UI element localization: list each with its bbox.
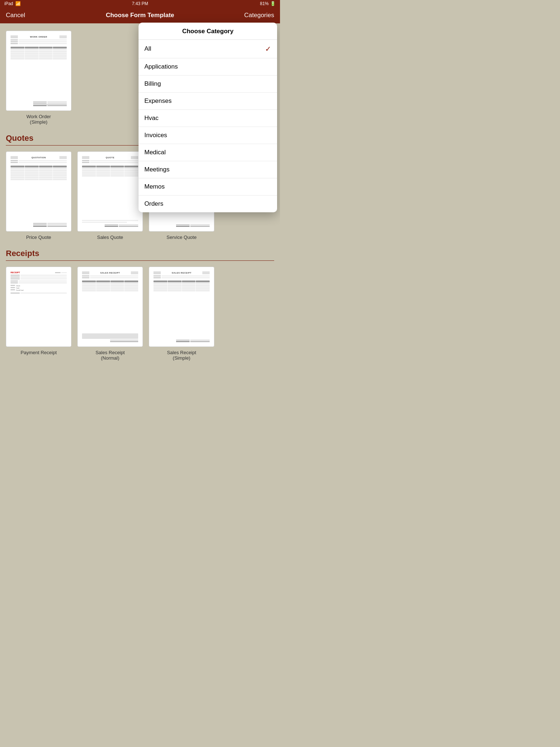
category-label-meetings: Meetings: [144, 166, 170, 173]
category-label-expenses: Expenses: [144, 97, 172, 105]
category-popover: Choose Category All ✓ Applications Billi…: [139, 23, 277, 212]
category-item-medical[interactable]: Medical: [139, 144, 277, 161]
category-label-memos: Memos: [144, 183, 165, 190]
category-item-hvac[interactable]: Hvac: [139, 110, 277, 127]
category-item-meetings[interactable]: Meetings: [139, 161, 277, 178]
category-label-orders: Orders: [144, 200, 163, 208]
popover-title: Choose Category: [139, 23, 277, 40]
category-item-invoices[interactable]: Invoices: [139, 127, 277, 144]
category-item-all[interactable]: All ✓: [139, 40, 277, 58]
category-label-all: All: [144, 45, 151, 53]
checkmark-icon: ✓: [265, 44, 271, 53]
category-label-applications: Applications: [144, 63, 178, 70]
category-item-billing[interactable]: Billing: [139, 76, 277, 93]
category-item-applications[interactable]: Applications: [139, 58, 277, 76]
category-item-orders[interactable]: Orders: [139, 196, 277, 212]
popover-overlay[interactable]: Choose Category All ✓ Applications Billi…: [0, 0, 280, 374]
category-label-billing: Billing: [144, 80, 161, 88]
category-label-hvac: Hvac: [144, 115, 159, 122]
category-item-expenses[interactable]: Expenses: [139, 93, 277, 110]
category-label-invoices: Invoices: [144, 132, 167, 139]
category-item-memos[interactable]: Memos: [139, 178, 277, 196]
category-label-medical: Medical: [144, 149, 166, 156]
